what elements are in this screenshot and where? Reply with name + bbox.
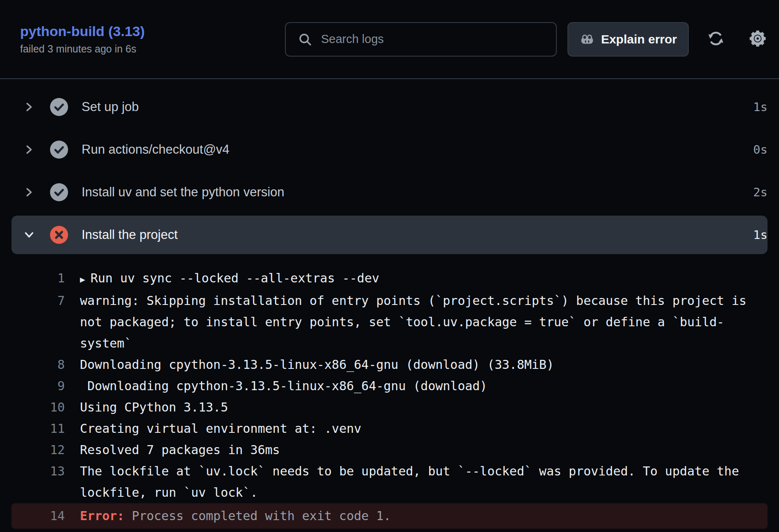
step-duration: 1s — [753, 228, 768, 242]
log-line-number[interactable]: 8 — [11, 354, 65, 375]
x-circle-icon — [50, 226, 68, 244]
log-line-text: Creating virtual environment at: .venv — [80, 418, 768, 439]
expand-group-marker-icon[interactable]: ▶ — [80, 275, 85, 284]
log-line-number[interactable]: 11 — [11, 418, 65, 439]
check-circle-icon — [50, 98, 68, 116]
step-row-install-uv[interactable]: Install uv and set the python version 2s — [0, 171, 779, 214]
error-message: Process completed with exit code 1. — [132, 509, 391, 523]
step-duration: 2s — [753, 185, 768, 199]
log-line-text: Downloading cpython-3.13.5-linux-x86_64-… — [80, 354, 768, 375]
gear-icon — [749, 30, 767, 49]
job-title[interactable]: python-build (3.13) — [20, 23, 145, 39]
log-line-text: warning: Skipping installation of entry … — [80, 290, 768, 354]
check-circle-icon — [50, 183, 68, 201]
log-line-number[interactable]: 10 — [11, 397, 65, 418]
log-line: 12 Resolved 7 packages in 36ms — [11, 439, 768, 461]
steps-list: Set up job 1s Run actions/checkout@v4 0s… — [0, 79, 779, 254]
step-duration: 0s — [753, 143, 768, 157]
explain-error-label: Explain error — [601, 32, 677, 46]
log-line-number[interactable]: 9 — [11, 375, 65, 397]
step-name: Set up job — [82, 100, 753, 114]
step-row-install-project[interactable]: Install the project 1s — [11, 216, 768, 254]
log-line-error: 14 Error:Process completed with exit cod… — [11, 503, 768, 529]
check-circle-icon — [50, 141, 68, 159]
log-line-text: Error:Process completed with exit code 1… — [80, 505, 768, 527]
search-input[interactable] — [321, 32, 556, 46]
chevron-right-icon — [23, 101, 35, 113]
log-line-number[interactable]: 13 — [11, 461, 65, 503]
job-status-text: failed 3 minutes ago in 6s — [20, 43, 145, 55]
log-line: 11 Creating virtual environment at: .ven… — [11, 418, 768, 439]
step-duration: 1s — [753, 100, 768, 114]
search-logs-box — [285, 22, 557, 57]
explain-error-button[interactable]: Explain error — [567, 22, 689, 57]
log-line: 10 Using CPython 3.13.5 — [11, 397, 768, 418]
chevron-right-icon — [23, 143, 35, 156]
error-label: Error: — [80, 509, 124, 523]
step-name: Install the project — [82, 227, 753, 242]
log-line-text: Downloading cpython-3.13.5-linux-x86_64-… — [80, 375, 768, 397]
log-line: 1 ▶Run uv sync --locked --all-extras --d… — [11, 268, 768, 290]
step-row-checkout[interactable]: Run actions/checkout@v4 0s — [0, 128, 779, 171]
search-icon — [298, 32, 312, 46]
sync-icon — [707, 30, 724, 48]
chevron-down-icon — [23, 229, 35, 241]
chevron-right-icon — [23, 186, 35, 198]
copilot-icon — [579, 32, 595, 47]
log-line: 7 warning: Skipping installation of entr… — [11, 290, 768, 354]
log-viewer-header: python-build (3.13) failed 3 minutes ago… — [0, 0, 779, 79]
log-line-text: The lockfile at `uv.lock` needs to be up… — [80, 461, 768, 503]
log-line: 9 Downloading cpython-3.13.5-linux-x86_6… — [11, 375, 768, 397]
log-line-text: Using CPython 3.13.5 — [80, 397, 768, 418]
step-row-set-up-job[interactable]: Set up job 1s — [0, 86, 779, 128]
log-line-number[interactable]: 1 — [11, 268, 65, 290]
log-line-number[interactable]: 14 — [11, 505, 65, 527]
log-line-number[interactable]: 12 — [11, 439, 65, 461]
refresh-logs-button[interactable] — [707, 22, 725, 57]
log-line: 13 The lockfile at `uv.lock` needs to be… — [11, 461, 768, 503]
step-name: Install uv and set the python version — [82, 185, 753, 200]
log-line-number[interactable]: 7 — [11, 290, 65, 354]
log-command-text: Run uv sync --locked --all-extras --dev — [91, 271, 379, 285]
log-settings-button[interactable] — [749, 22, 767, 57]
step-name: Run actions/checkout@v4 — [82, 142, 753, 157]
log-line: 8 Downloading cpython-3.13.5-linux-x86_6… — [11, 354, 768, 375]
log-output: 1 ▶Run uv sync --locked --all-extras --d… — [0, 256, 779, 529]
log-line-text: Resolved 7 packages in 36ms — [80, 439, 768, 461]
log-line-text: ▶Run uv sync --locked --all-extras --dev — [80, 268, 768, 290]
job-title-block: python-build (3.13) failed 3 minutes ago… — [20, 23, 145, 55]
